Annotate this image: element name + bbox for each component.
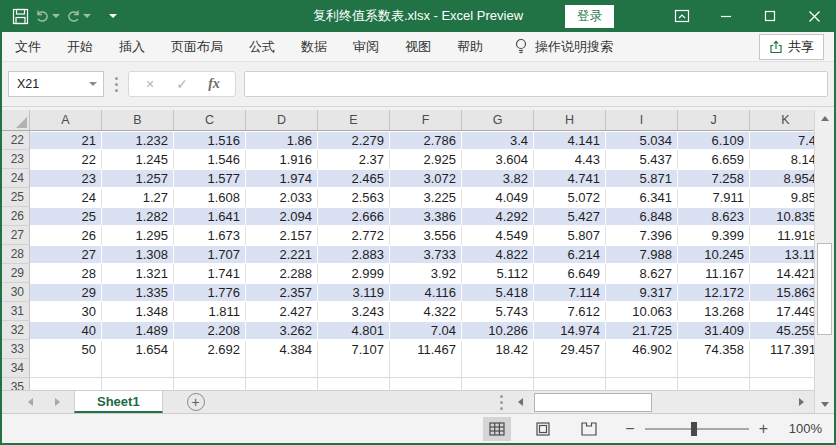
cell[interactable]: 15.863	[750, 283, 822, 302]
column-header-K[interactable]: K	[750, 110, 822, 130]
cell[interactable]: 2.465	[318, 169, 390, 188]
cell[interactable]	[30, 359, 102, 378]
cell[interactable]: 13.11	[750, 245, 822, 264]
cell[interactable]	[102, 359, 174, 378]
select-all-button[interactable]	[2, 110, 30, 130]
row-header-35[interactable]: 35	[2, 378, 30, 390]
cell[interactable]: 3.556	[390, 226, 462, 245]
cell[interactable]: 6.649	[534, 264, 606, 283]
cell[interactable]: 1.974	[246, 169, 318, 188]
row-header-32[interactable]: 32	[2, 321, 30, 340]
row-header-24[interactable]: 24	[2, 169, 30, 188]
cell[interactable]: 4.322	[390, 302, 462, 321]
cell[interactable]: 7.107	[318, 340, 390, 359]
cell[interactable]: 45.259	[750, 321, 822, 340]
cell[interactable]: 14.974	[534, 321, 606, 340]
cell[interactable]: 24	[30, 188, 102, 207]
cell[interactable]: 2.288	[246, 264, 318, 283]
undo-dropdown-icon[interactable]	[52, 14, 60, 18]
cell[interactable]: 7.114	[534, 283, 606, 302]
cell[interactable]: 1.335	[102, 283, 174, 302]
cell[interactable]: 3.82	[462, 169, 534, 188]
cell[interactable]	[462, 378, 534, 390]
column-header-I[interactable]: I	[606, 110, 678, 130]
cell[interactable]: 1.516	[174, 131, 246, 150]
menu-tab-2[interactable]: 插入	[106, 32, 158, 62]
cell[interactable]: 2.37	[318, 150, 390, 169]
cell[interactable]: 7.258	[678, 169, 750, 188]
cell[interactable]: 1.546	[174, 150, 246, 169]
column-header-B[interactable]: B	[102, 110, 174, 130]
cell[interactable]: 1.608	[174, 188, 246, 207]
cell[interactable]: 3.225	[390, 188, 462, 207]
cell[interactable]: 4.141	[534, 131, 606, 150]
cell[interactable]: 4.292	[462, 207, 534, 226]
row-header-34[interactable]: 34	[2, 359, 30, 378]
cell[interactable]: 1.257	[102, 169, 174, 188]
cell[interactable]: 4.116	[390, 283, 462, 302]
cell[interactable]: 1.776	[174, 283, 246, 302]
close-button[interactable]	[792, 0, 836, 32]
cell[interactable]: 3.386	[390, 207, 462, 226]
cell[interactable]	[678, 359, 750, 378]
row-header-31[interactable]: 31	[2, 302, 30, 321]
cell[interactable]: 5.871	[606, 169, 678, 188]
cell[interactable]	[534, 359, 606, 378]
zoom-level[interactable]: 100%	[782, 421, 822, 436]
cell[interactable]	[30, 378, 102, 390]
maximize-button[interactable]	[748, 0, 792, 32]
cell[interactable]: 1.27	[102, 188, 174, 207]
sheet-tab-active[interactable]: Sheet1	[74, 391, 163, 413]
row-header-23[interactable]: 23	[2, 150, 30, 169]
cell[interactable]: 2.692	[174, 340, 246, 359]
cell[interactable]: 9.317	[606, 283, 678, 302]
horizontal-scrollbar[interactable]	[499, 391, 810, 413]
name-box-dropdown-icon[interactable]	[89, 82, 97, 86]
menu-tab-3[interactable]: 页面布局	[158, 32, 236, 62]
scroll-down-button[interactable]	[815, 396, 834, 413]
cell[interactable]: 10.286	[462, 321, 534, 340]
cell[interactable]: 50	[30, 340, 102, 359]
save-button[interactable]	[12, 8, 29, 25]
cell[interactable]: 11.918	[750, 226, 822, 245]
cell[interactable]	[246, 378, 318, 390]
cell[interactable]: 29.457	[534, 340, 606, 359]
ribbon-display-options-button[interactable]	[660, 0, 704, 32]
tell-me-search[interactable]: 操作说明搜索	[514, 38, 613, 56]
cell[interactable]: 10.835	[750, 207, 822, 226]
cell[interactable]: 14.421	[750, 264, 822, 283]
cell[interactable]: 2.157	[246, 226, 318, 245]
horizontal-scrollbar-track[interactable]	[529, 391, 792, 413]
column-header-H[interactable]: H	[534, 110, 606, 130]
menu-tab-6[interactable]: 审阅	[340, 32, 392, 62]
cell[interactable]: 27	[30, 245, 102, 264]
cell[interactable]: 5.437	[606, 150, 678, 169]
vertical-scrollbar-thumb[interactable]	[817, 243, 832, 335]
cell[interactable]: 8.623	[678, 207, 750, 226]
scroll-left-button[interactable]	[511, 391, 529, 413]
page-break-preview-button[interactable]	[575, 417, 603, 441]
menu-tab-5[interactable]: 数据	[288, 32, 340, 62]
scroll-up-button[interactable]	[815, 110, 834, 127]
minimize-button[interactable]	[704, 0, 748, 32]
cell[interactable]: 23	[30, 169, 102, 188]
cell[interactable]: 2.279	[318, 131, 390, 150]
enter-icon[interactable]: ✓	[167, 76, 197, 92]
cell[interactable]: 4.741	[534, 169, 606, 188]
menu-tab-1[interactable]: 开始	[54, 32, 106, 62]
cell[interactable]	[174, 378, 246, 390]
cancel-icon[interactable]: ×	[135, 76, 165, 92]
row-header-33[interactable]: 33	[2, 340, 30, 359]
cell[interactable]: 3.262	[246, 321, 318, 340]
formula-input[interactable]	[244, 71, 828, 97]
cell[interactable]: 1.321	[102, 264, 174, 283]
column-header-J[interactable]: J	[678, 110, 750, 130]
cell[interactable]: 25	[30, 207, 102, 226]
column-header-C[interactable]: C	[174, 110, 246, 130]
cell[interactable]: 7.612	[534, 302, 606, 321]
cell[interactable]: 1.741	[174, 264, 246, 283]
previous-sheet-button[interactable]	[28, 398, 33, 406]
menu-tab-8[interactable]: 帮助	[444, 32, 496, 62]
cell[interactable]: 2.094	[246, 207, 318, 226]
column-header-E[interactable]: E	[318, 110, 390, 130]
